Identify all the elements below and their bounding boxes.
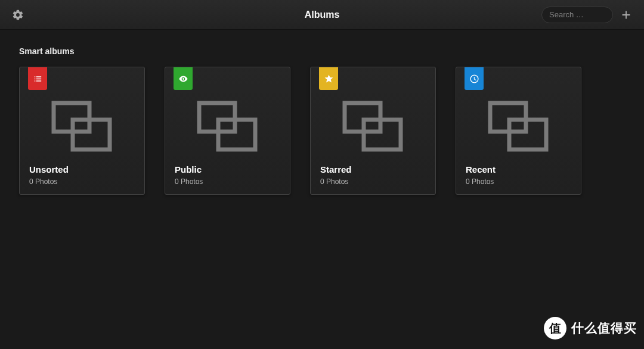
album-count: 0 Photos [29,177,135,186]
albums-grid: Unsorted0 PhotosPublic0 PhotosStarred0 P… [19,67,625,195]
album-card[interactable]: Starred0 Photos [310,67,436,195]
album-meta: Starred0 Photos [320,164,426,186]
album-card[interactable]: Recent0 Photos [456,67,581,195]
plus-icon[interactable] [618,7,634,23]
album-placeholder-icon [485,98,552,154]
album-meta: Recent0 Photos [466,164,571,186]
album-meta: Unsorted0 Photos [29,164,135,186]
album-meta: Public0 Photos [175,164,280,186]
album-title: Starred [320,164,426,174]
album-card[interactable]: Public0 Photos [165,67,290,195]
album-title: Recent [466,164,571,174]
album-count: 0 Photos [175,177,280,186]
page-title: Albums [305,10,340,20]
album-placeholder-icon [49,98,116,154]
search-input[interactable] [541,7,613,23]
album-title: Unsorted [29,164,135,174]
list-icon [28,67,47,90]
album-placeholder-icon [340,98,407,154]
album-card[interactable]: Unsorted0 Photos [19,67,145,195]
section-title: Smart albums [19,46,625,56]
watermark-text: 什么值得买 [571,320,637,336]
watermark: 值 什么值得买 [544,317,637,339]
gear-icon[interactable] [10,7,26,23]
album-placeholder-icon [194,98,261,154]
star-icon [319,67,338,90]
watermark-badge: 值 [544,317,566,339]
album-count: 0 Photos [466,177,571,186]
album-count: 0 Photos [320,177,426,186]
header-bar: Albums [0,0,644,30]
eye-icon [174,67,193,90]
album-title: Public [175,164,280,174]
clock-icon [465,67,484,90]
content-area: Smart albums Unsorted0 PhotosPublic0 Pho… [0,30,644,211]
